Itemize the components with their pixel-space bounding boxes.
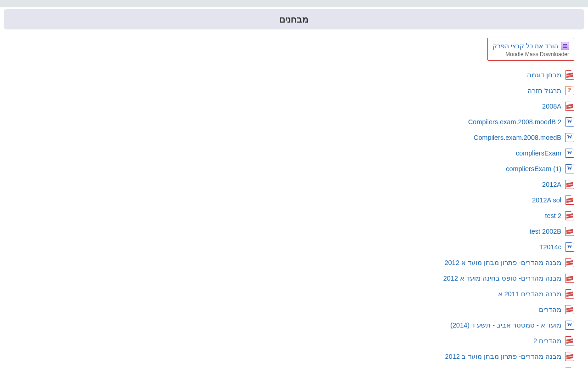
powerpoint-icon [565, 86, 574, 95]
resource-link[interactable]: compliersExam [516, 150, 561, 157]
resource-link[interactable]: Compilers.exam.2008.moedB [474, 134, 561, 141]
resource-item: מבנה מהדרים- טופס בחינה מועד א 2012 [14, 270, 574, 286]
pdf-icon [565, 196, 574, 205]
pdf-icon [565, 289, 574, 299]
resource-item: תרגול חזרה [14, 83, 574, 98]
resource-item: מועד א - סמסטר אביב - תשע ד (2014) [14, 317, 574, 333]
word-icon [565, 133, 574, 142]
resource-item: T2014c [14, 239, 574, 255]
resource-link[interactable]: 2012A [542, 181, 561, 188]
resource-item: compliersExam [14, 145, 574, 161]
resource-link[interactable]: מבנה מהדרים 2011 א [498, 290, 561, 298]
download-all-link[interactable]: הורד את כל קבצי הפרק [492, 42, 558, 50]
resource-list: מבחן דוגמהתרגול חזרה2008ACompilers.exam.… [14, 67, 574, 368]
word-icon [565, 149, 574, 158]
resource-item: 2008A [14, 98, 574, 114]
pdf-icon [565, 258, 574, 267]
pdf-icon [565, 352, 574, 361]
pdf-icon [565, 336, 574, 345]
resource-link[interactable]: test 2002B [530, 228, 561, 235]
resource-item: Compilers.exam.2008.moedB [14, 130, 574, 145]
resource-link[interactable]: 2008A [542, 103, 561, 110]
resource-item: מהדרים [14, 302, 574, 317]
resource-link[interactable]: מבנה מהדרים- פתרון מבחן מועד א 2012 [445, 259, 561, 266]
resource-item: test 2002B [14, 224, 574, 239]
resource-item: test 2 [14, 208, 574, 224]
resource-item: מבנה מהדרים 2011 א [14, 286, 574, 302]
word-icon [565, 164, 574, 173]
word-icon [565, 117, 574, 126]
pdf-icon [565, 102, 574, 111]
resource-link[interactable]: מבחן דוגמה [527, 71, 561, 79]
top-strip [0, 0, 588, 7]
pdf-icon [565, 305, 574, 314]
resource-link[interactable]: 2012A sol [532, 196, 561, 204]
resource-link[interactable]: מהדרים [539, 306, 561, 313]
download-all-box[interactable]: הורד את כל קבצי הפרק Moodle Mass Downloa… [487, 38, 574, 61]
resource-item: 2012A sol [14, 192, 574, 208]
resource-link[interactable]: מהדרים 2 [533, 337, 561, 345]
resource-item: מבחן דוגמה [14, 67, 574, 83]
resource-item: compliersExam (1) [14, 161, 574, 177]
word-icon [565, 242, 574, 252]
resource-link[interactable]: T2014c [539, 243, 561, 251]
pdf-icon [565, 180, 574, 189]
resource-link[interactable]: מועד א - סמסטר אביב - תשע ד (2014) [450, 322, 561, 329]
resource-link[interactable]: מבנה מהדרים- טופס בחינה מועד א 2012 [443, 275, 561, 282]
resource-item: 2012A [14, 177, 574, 192]
download-all-subtitle: Moodle Mass Downloader [492, 51, 569, 58]
word-icon [565, 321, 574, 330]
pdf-icon [565, 70, 574, 80]
resource-item: מהדרים 2 [14, 333, 574, 349]
resource-link[interactable]: Compilers.exam.2008.moedB 2 [468, 118, 561, 126]
pdf-icon [565, 227, 574, 236]
resource-item: מבנה מהדרים- פתרון מבחן מועד ב 2012 [14, 349, 574, 364]
resource-link[interactable]: תרגול חזרה [527, 87, 561, 94]
resource-item: מבנה מהדרים- פתרון מבחן מועד א 2012 [14, 255, 574, 270]
resource-link[interactable]: test 2 [545, 212, 561, 219]
pdf-icon [565, 274, 574, 283]
section-title: מבחנים [4, 9, 584, 29]
pdf-icon [565, 211, 574, 220]
resource-item: 2001A [14, 364, 574, 368]
resource-link[interactable]: מבנה מהדרים- פתרון מבחן מועד ב 2012 [445, 353, 561, 360]
download-all-icon [561, 42, 569, 50]
resource-item: Compilers.exam.2008.moedB 2 [14, 114, 574, 130]
resource-link[interactable]: compliersExam (1) [506, 165, 561, 172]
section-content: הורד את כל קבצי הפרק Moodle Mass Downloa… [0, 29, 588, 368]
